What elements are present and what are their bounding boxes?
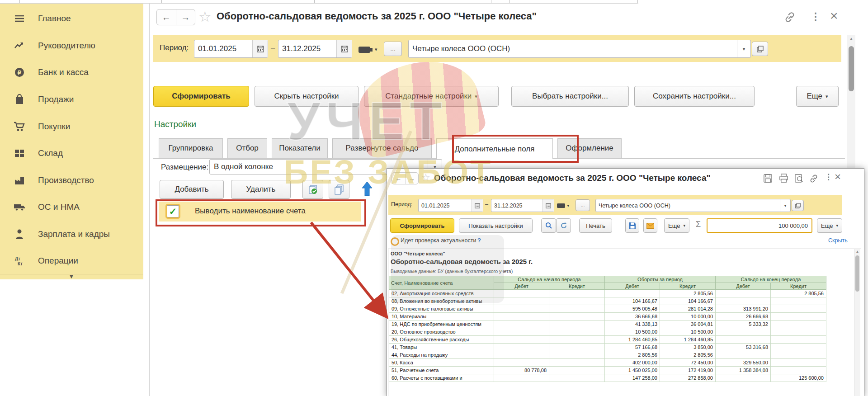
table-row[interactable]: 10, Материалы36 666,6810 000,0026 666,68 [389, 313, 826, 321]
sidebar-item-grid[interactable]: Склад [0, 144, 143, 162]
refresh-icon-button[interactable] [556, 218, 571, 233]
calendar-icon[interactable] [472, 199, 483, 212]
more-button[interactable]: Еще▾ [664, 218, 689, 233]
show-settings-button[interactable]: Показать настройки [459, 218, 533, 233]
period-kind-toggle-icon[interactable]: ▾ [359, 45, 379, 52]
table-row[interactable]: 41, Товары57 166,683 850,0053 316,68 [389, 344, 826, 351]
scrollbar[interactable]: ▲ [854, 249, 860, 396]
standard-settings-button[interactable]: Стандартные настройки▾ [364, 86, 499, 107]
dropdown-arrow-icon[interactable]: ▾ [737, 40, 750, 57]
find-icon[interactable] [794, 174, 804, 183]
sigma-icon: Σ [696, 220, 701, 229]
calendar-icon[interactable] [252, 40, 268, 57]
org-open-button[interactable] [792, 200, 804, 211]
close-icon[interactable]: × [835, 170, 841, 183]
email-icon-button[interactable] [643, 218, 657, 233]
print-icon[interactable] [779, 174, 788, 183]
sidebar-item-person[interactable]: Зарплата и кадры [0, 225, 143, 243]
cart-icon [14, 121, 25, 132]
period-kind-toggle-icon[interactable]: ▾ [557, 201, 569, 209]
tab-3[interactable]: Показатели [272, 138, 328, 158]
period-label: Период: [160, 43, 189, 52]
sidebar-item-label: Зарплата и кадры [38, 229, 110, 239]
generate-button[interactable]: Сформировать [153, 86, 249, 107]
sidebar-item-label: ОС и НМА [38, 202, 80, 212]
more-button-2[interactable]: Еще▾ [817, 218, 842, 233]
factory-icon [14, 174, 25, 186]
tab-1[interactable]: Группировка [159, 138, 223, 158]
sidebar-item-cart[interactable]: Покупки [0, 118, 143, 136]
sidebar-item-factory[interactable]: Производство [0, 171, 143, 189]
org-open-button[interactable] [752, 42, 768, 56]
table-row[interactable]: 20, Основное производство10 500,0010 500… [389, 328, 826, 336]
back-button[interactable]: ← [157, 9, 176, 25]
calendar-icon[interactable] [542, 199, 554, 212]
table-row[interactable]: 44, Расходы на продажу2 805,562 805,56 [389, 351, 826, 359]
forward-button[interactable]: → [176, 9, 195, 25]
more-menu-icon[interactable]: ⋮ [825, 172, 832, 182]
tab-2[interactable]: Отбор [227, 138, 267, 158]
table-row[interactable]: 26, Общехозяйственные расходы1 284 460,8… [389, 336, 826, 344]
date-to-field[interactable]: 31.12.2025 [278, 40, 352, 58]
link-icon[interactable] [783, 11, 796, 24]
search-icon-button[interactable] [541, 218, 556, 233]
close-icon[interactable]: × [830, 8, 838, 24]
svg-text:₽: ₽ [18, 69, 22, 76]
link-icon[interactable] [809, 174, 819, 184]
move-up-icon[interactable] [361, 181, 373, 197]
hide-link[interactable]: Скрыть [828, 237, 848, 244]
favorite-star-icon[interactable]: ☆ [421, 172, 430, 184]
favorite-star-icon[interactable]: ☆ [198, 8, 212, 25]
sidebar-item-trend[interactable]: Руководителю [0, 37, 143, 55]
hide-settings-button[interactable]: Скрыть настройки [255, 86, 359, 107]
dropdown-arrow-icon[interactable]: ▾ [780, 199, 790, 212]
save-icon[interactable] [763, 174, 773, 183]
delete-button[interactable]: Удалить [231, 180, 291, 199]
table-row[interactable]: 02, Амортизация основных средств2 805,56… [389, 290, 826, 297]
organization-combo[interactable]: Четыре колеса ООО (ОСН) ▾ [595, 199, 791, 212]
table-row[interactable]: 09, Отложенные налоговые активы595 005,4… [389, 305, 826, 313]
svg-text:Дт: Дт [15, 256, 20, 261]
scroll-up-icon[interactable]: ▲ [847, 36, 855, 41]
sidebar-item-ruble[interactable]: ₽Банк и касса [0, 63, 143, 81]
add-button[interactable]: Добавить [160, 180, 224, 199]
date-from-field[interactable]: 01.01.2025 [418, 199, 483, 212]
osv-table[interactable]: Счет, Наименование счетаСальдо на начало… [389, 276, 826, 382]
scrollbar[interactable]: ▲ [847, 35, 855, 168]
more-menu-icon[interactable]: ⋮ [811, 11, 821, 23]
period-more-button[interactable]: ... [576, 199, 590, 211]
calendar-icon[interactable] [336, 40, 352, 57]
table-row[interactable]: 51, Расчетные счета80 778,081 450 025,00… [389, 367, 826, 374]
more-button[interactable]: Еще▾ [796, 86, 839, 107]
back-button[interactable]: ← [392, 173, 405, 184]
tab-4[interactable]: Развернутое сальдо [332, 138, 432, 158]
print-button[interactable]: Печать [579, 218, 612, 233]
period-more-button[interactable]: ... [384, 42, 402, 56]
organization-combo[interactable]: Четыре колеса ООО (ОСН) ▾ [408, 40, 751, 58]
chevron-down-icon[interactable]: ▼ [66, 273, 77, 280]
save-file-icon-button[interactable] [625, 218, 639, 233]
sidebar-item-truck[interactable]: ОС и НМА [0, 198, 143, 216]
sidebar-item-menu[interactable]: Главное [0, 9, 143, 28]
table-row[interactable]: 60, Расчеты с поставщиками и147 258,0027… [389, 374, 826, 382]
date-from-field[interactable]: 01.01.2025 [194, 40, 268, 58]
copy-pages-icon-button[interactable] [329, 180, 349, 199]
table-row[interactable]: 08, Вложения во внеоборотные активы104 1… [389, 297, 826, 305]
scrollbar-thumb[interactable] [855, 255, 859, 292]
status-text: Идет проверка актуальности [401, 237, 476, 244]
dropdown-arrow-icon: ▾ [475, 94, 477, 99]
table-row[interactable]: 19, НДС по приобретенным ценностям41 338… [389, 321, 826, 328]
check-all-icon-button[interactable] [302, 180, 323, 199]
autosum-field[interactable]: 100 000,00 [707, 218, 812, 233]
forward-button[interactable]: → [405, 173, 419, 184]
scroll-up-icon[interactable]: ▲ [854, 250, 860, 254]
table-row[interactable]: 50, Касса402 000,0072 450,00329 550,00 [389, 359, 826, 367]
save-settings-button[interactable]: Сохранить настройки... [634, 86, 755, 107]
nav-button-group: ← → [156, 9, 195, 25]
scrollbar-thumb[interactable] [849, 46, 854, 91]
date-to-field[interactable]: 31.12.2025 [491, 199, 554, 212]
sidebar-item-dtkt[interactable]: ДтКтОперации [0, 252, 143, 270]
choose-settings-button[interactable]: Выбрать настройки... [511, 86, 629, 107]
sidebar-item-bag[interactable]: Продажи [0, 90, 143, 108]
help-icon[interactable]: ? [477, 237, 481, 244]
